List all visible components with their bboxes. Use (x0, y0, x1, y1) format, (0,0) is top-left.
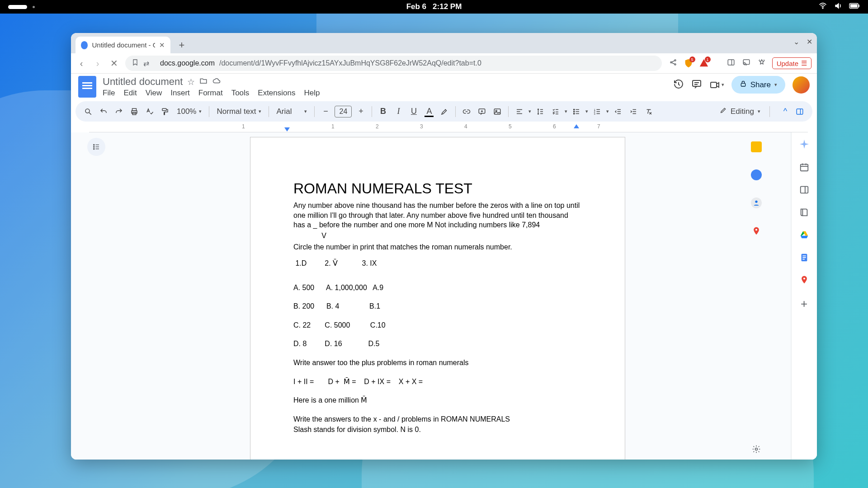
meet-icon[interactable]: ▾ (709, 80, 724, 90)
omnibox[interactable]: ⇄ docs.google.com/document/d/1WyvFFvyfhl… (125, 56, 662, 71)
svg-point-35 (574, 109, 575, 110)
document-page[interactable]: ROMAN NUMERALS TEST Any number above nin… (250, 137, 625, 460)
checklist-icon[interactable] (549, 105, 562, 118)
bold-icon[interactable]: B (377, 105, 389, 118)
nav-forward-button[interactable]: › (93, 58, 103, 69)
get-addons-icon[interactable]: + (801, 297, 807, 311)
star-icon[interactable]: ☆ (187, 77, 195, 87)
window-close-icon[interactable]: ✕ (807, 38, 812, 46)
sidepanel-icon[interactable] (726, 58, 736, 69)
horizontal-ruler[interactable]: 1 1 2 3 4 5 6 7 (89, 123, 808, 132)
menu-tools[interactable]: Tools (231, 89, 250, 98)
doc-para: Write answer too the plus problems in ro… (293, 358, 582, 368)
svg-point-15 (85, 109, 90, 113)
nav-back-button[interactable]: ‹ (76, 58, 86, 69)
doc-para: Slash stands for division symbol. N is 0… (293, 425, 582, 435)
paint-format-icon[interactable] (159, 105, 171, 118)
menu-insert[interactable]: Insert (170, 89, 190, 98)
window-controls[interactable] (8, 5, 27, 9)
hide-sidepanel-icon[interactable] (793, 105, 806, 118)
docs-shortcut-icon[interactable] (799, 253, 809, 264)
comments-icon[interactable] (691, 79, 702, 91)
wifi-icon[interactable] (818, 1, 827, 13)
menu-help[interactable]: Help (304, 89, 320, 98)
maps-icon[interactable] (751, 225, 762, 236)
extension-bell-icon[interactable]: 1 (699, 58, 709, 68)
show-outline-button[interactable] (87, 138, 105, 156)
numbered-list-icon[interactable]: 123 (591, 105, 604, 118)
indent-increase-icon[interactable] (627, 105, 640, 118)
history-icon[interactable] (673, 79, 684, 91)
font-size-decrease-button[interactable]: − (319, 105, 332, 118)
contacts-icon[interactable] (751, 197, 762, 208)
document-title-input[interactable]: Untitled document (103, 76, 183, 88)
font-size-input[interactable]: 24 (335, 106, 352, 117)
nav-close-button[interactable]: ✕ (109, 58, 119, 69)
maps-shortcut-icon[interactable] (800, 275, 809, 286)
menu-file[interactable]: File (103, 89, 115, 98)
drive-icon[interactable] (799, 230, 809, 242)
indent-marker-right[interactable] (574, 124, 579, 128)
menu-edit[interactable]: Edit (123, 89, 137, 98)
docs-logo-icon[interactable] (78, 76, 96, 98)
add-comment-icon[interactable] (476, 105, 488, 118)
account-avatar[interactable] (793, 76, 810, 94)
indent-marker-left[interactable] (284, 127, 290, 131)
new-tab-button[interactable]: + (175, 38, 189, 52)
undo-icon[interactable] (97, 105, 110, 118)
redo-icon[interactable] (113, 105, 125, 118)
volume-icon[interactable] (834, 1, 843, 13)
cast-icon[interactable] (741, 58, 751, 69)
tab-list-chevron-icon[interactable]: ⌄ (793, 38, 799, 46)
gemini-icon[interactable] (799, 139, 810, 151)
clear-formatting-icon[interactable] (642, 105, 655, 118)
move-icon[interactable] (199, 77, 208, 87)
share-button[interactable]: Share ▾ (731, 76, 785, 94)
site-settings-icon[interactable]: ⇄ (143, 59, 149, 68)
font-dropdown[interactable]: Arial▾ (274, 107, 310, 116)
text-color-icon[interactable]: A (423, 105, 435, 118)
search-menus-icon[interactable] (82, 105, 94, 118)
browser-tab-active[interactable]: Untitled document - Goo ✕ (75, 37, 170, 53)
insert-image-icon[interactable] (491, 105, 504, 118)
svg-rect-14 (741, 83, 745, 86)
dictionary-icon[interactable] (799, 207, 809, 219)
browser-window: Untitled document - Goo ✕ + ⌄ ✕ ‹ › ✕ ⇄ … (71, 33, 817, 460)
font-value: Arial (276, 107, 292, 116)
document-scroll[interactable]: ROMAN NUMERALS TEST Any number above nin… (85, 132, 791, 460)
print-icon[interactable] (128, 105, 141, 118)
menubar-time: 2:12 PM (433, 2, 462, 11)
keep-icon[interactable] (751, 141, 762, 152)
battery-icon[interactable] (849, 1, 860, 13)
cloud-status-icon[interactable] (212, 77, 221, 87)
underline-icon[interactable]: U (407, 105, 420, 118)
share-page-icon[interactable] (668, 58, 678, 69)
insert-link-icon[interactable] (460, 105, 473, 118)
bookmark-star-icon[interactable] (757, 58, 767, 69)
spellcheck-icon[interactable] (143, 105, 156, 118)
italic-icon[interactable]: I (392, 105, 405, 118)
zoom-dropdown[interactable]: 100%▾ (174, 107, 204, 116)
tasks-icon[interactable] (751, 169, 762, 180)
mode-dropdown[interactable]: Editing ▾ (715, 107, 765, 116)
sidepanel-toggle-icon[interactable] (799, 185, 809, 197)
bookmark-icon[interactable] (132, 59, 139, 68)
font-size-increase-button[interactable]: + (354, 105, 367, 118)
menu-extensions[interactable]: Extensions (258, 89, 295, 98)
extension-shield-icon[interactable]: 5 (684, 58, 693, 68)
line-spacing-icon[interactable] (534, 105, 547, 118)
calendar-icon[interactable] (799, 162, 809, 174)
menu-view[interactable]: View (146, 89, 162, 98)
update-button[interactable]: Update ☰ (772, 57, 811, 69)
explore-settings-icon[interactable] (752, 445, 761, 456)
bulleted-list-icon[interactable] (570, 105, 583, 118)
paragraph-style-dropdown[interactable]: Normal text▾ (214, 107, 264, 116)
align-icon[interactable] (513, 105, 526, 118)
tab-close-icon[interactable]: ✕ (159, 41, 165, 49)
collapse-toolbar-icon[interactable]: ^ (779, 105, 792, 118)
menu-format[interactable]: Format (198, 89, 223, 98)
indent-decrease-icon[interactable] (612, 105, 624, 118)
highlight-color-icon[interactable] (438, 105, 451, 118)
svg-rect-75 (802, 257, 806, 258)
vertical-ruler[interactable] (71, 132, 85, 460)
